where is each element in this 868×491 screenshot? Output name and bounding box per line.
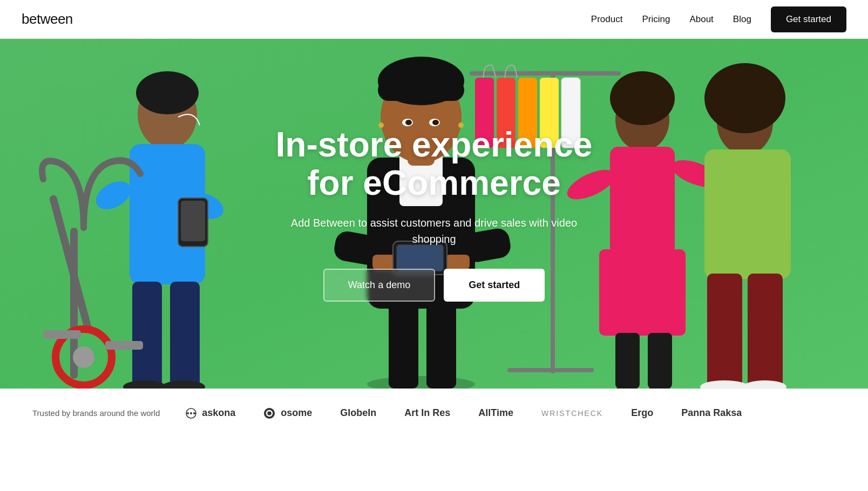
brands-label: Trusted by brands around the world	[32, 408, 160, 418]
brand-ergo: Ergo	[631, 407, 653, 419]
svg-point-69	[264, 408, 275, 419]
hero-content: In-store experience for eCommerce Add Be…	[261, 126, 607, 302]
brands-bar: Trusted by brands around the world askon…	[0, 388, 868, 437]
hero-subtitle: Add Between to assist customers and driv…	[272, 215, 596, 247]
brand-osome: osome	[263, 407, 312, 419]
nav-item-cta[interactable]: Get started	[771, 6, 846, 32]
nav-item-blog[interactable]: Blog	[733, 14, 751, 25]
nav-link-blog[interactable]: Blog	[733, 14, 751, 24]
logo-text: between	[22, 11, 73, 27]
hero-section: In-store experience for eCommerce Add Be…	[0, 39, 868, 388]
hero-buttons: Watch a demo Get started	[272, 269, 596, 302]
watch-demo-button[interactable]: Watch a demo	[323, 269, 435, 302]
nav-link-product[interactable]: Product	[591, 14, 623, 24]
brands-logos: askona osome GlobeIn Art In Res AllTime …	[186, 407, 742, 419]
navbar: between Product Pricing About Blog Get s…	[0, 0, 868, 39]
brand-alltime: AllTime	[478, 407, 513, 419]
askona-dot-icon	[186, 408, 196, 419]
svg-point-66	[187, 412, 189, 414]
nav-links: Product Pricing About Blog Get started	[591, 6, 846, 32]
hero-title: In-store experience for eCommerce	[272, 126, 596, 202]
hero-get-started-button[interactable]: Get started	[444, 269, 545, 302]
svg-point-68	[193, 412, 195, 414]
nav-item-pricing[interactable]: Pricing	[642, 14, 670, 25]
brand-artinres: Art In Res	[404, 407, 450, 419]
nav-link-pricing[interactable]: Pricing	[642, 14, 670, 24]
brand-globein: GlobeIn	[340, 407, 376, 419]
brand-pannaraksa: Panna Raksa	[681, 407, 742, 419]
nav-link-about[interactable]: About	[689, 14, 713, 24]
svg-point-67	[190, 412, 192, 414]
site-logo[interactable]: between	[22, 11, 73, 28]
brand-askona: askona	[186, 407, 235, 419]
nav-item-about[interactable]: About	[689, 14, 713, 25]
nav-item-product[interactable]: Product	[591, 14, 623, 25]
osome-circle-icon	[263, 407, 275, 419]
brand-wristcheck: WRISTCHECK	[541, 409, 603, 418]
nav-get-started-button[interactable]: Get started	[771, 6, 846, 32]
